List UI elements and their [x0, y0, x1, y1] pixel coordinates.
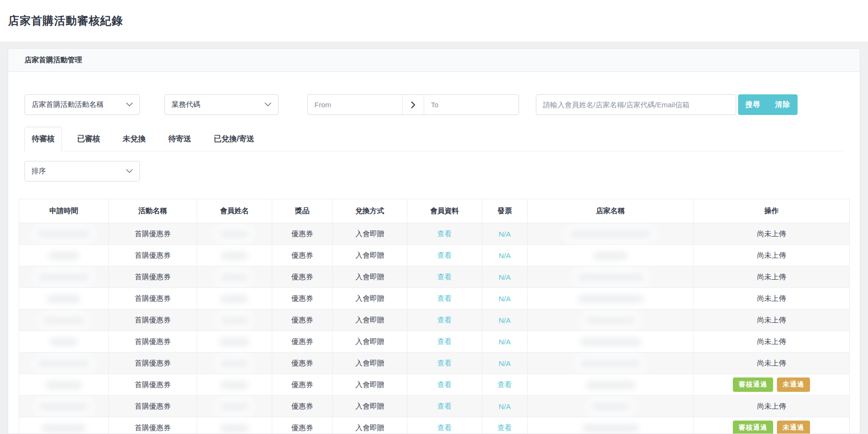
- redeem-method-cell: 入會即贈: [333, 288, 407, 309]
- view-member-info-link[interactable]: 查看: [438, 402, 452, 410]
- action-cell: 審核通過未通過: [694, 374, 850, 396]
- invoice-cell: 查看: [482, 374, 528, 396]
- member-name-cell: [197, 288, 272, 309]
- apply-time-cell: [19, 396, 109, 417]
- apply-time-cell: [19, 374, 109, 396]
- apply-time-cell: [19, 417, 109, 434]
- invoice-cell: N/A: [482, 309, 528, 331]
- blurred-apply-time: [37, 230, 91, 239]
- blurred-apply-time: [47, 295, 81, 303]
- action-cell: 尚未上傳: [694, 245, 850, 266]
- view-member-info-link[interactable]: 查看: [438, 423, 452, 432]
- view-member-info-link[interactable]: 查看: [438, 229, 452, 238]
- activity-name-select-value: 店家首購活動活動名稱: [32, 100, 104, 109]
- tab-pending-review[interactable]: 待審核: [24, 127, 62, 151]
- chevron-down-icon: [126, 169, 133, 173]
- blurred-member-name: [220, 273, 249, 282]
- redeem-method-cell: 入會即贈: [333, 353, 407, 374]
- col-member-name: 會員姓名: [197, 199, 272, 223]
- col-activity-name: 活動名稱: [109, 199, 197, 223]
- blurred-member-name: [221, 251, 248, 260]
- activity-name-cell: 首購優惠券: [109, 417, 197, 434]
- business-code-select[interactable]: 業務代碼: [164, 94, 278, 115]
- panel-header: 店家首購活動管理: [8, 49, 860, 72]
- approve-button[interactable]: 審核通過: [733, 421, 773, 434]
- redeem-method-cell: 入會即贈: [333, 417, 407, 434]
- blurred-member-name: [219, 338, 250, 346]
- view-invoice-link[interactable]: 查看: [498, 423, 512, 432]
- apply-time-cell: [19, 353, 109, 374]
- view-invoice-link[interactable]: 查看: [498, 380, 512, 388]
- clear-button[interactable]: 清除: [768, 94, 798, 115]
- table-row: 首購優惠券 優惠券 入會即贈 查看 N/A 尚未上傳: [19, 331, 850, 353]
- not-uploaded-label: 尚未上傳: [757, 316, 786, 324]
- blurred-store-name: [580, 338, 641, 346]
- view-member-info-link[interactable]: 查看: [438, 359, 452, 367]
- redeem-method-cell: 入會即贈: [333, 331, 407, 353]
- invoice-cell: N/A: [482, 288, 528, 309]
- reject-button[interactable]: 未通過: [777, 377, 810, 392]
- date-to-input[interactable]: [424, 95, 519, 114]
- member-name-cell: [197, 266, 272, 288]
- redeem-method-cell: 入會即贈: [333, 245, 407, 266]
- filter-bar: 店家首購活動活動名稱 業務代碼: [24, 94, 844, 115]
- view-member-info-link[interactable]: 查看: [438, 273, 452, 281]
- search-button-group: 搜尋 清除: [738, 94, 798, 115]
- invoice-na-value: N/A: [498, 273, 510, 281]
- store-name-cell: [528, 288, 694, 309]
- reject-button[interactable]: 未通過: [777, 421, 810, 434]
- activity-name-select[interactable]: 店家首購活動活動名稱: [24, 94, 140, 115]
- view-member-info-link[interactable]: 查看: [438, 380, 452, 388]
- activity-name-cell: 首購優惠券: [109, 353, 197, 374]
- table-row: 首購優惠券 優惠券 入會即贈 查看 N/A 尚未上傳: [19, 245, 850, 266]
- date-range-group: [307, 94, 519, 115]
- invoice-cell: N/A: [482, 396, 528, 417]
- tab-not-redeemed[interactable]: 未兌換: [116, 127, 153, 151]
- blurred-apply-time: [50, 338, 78, 346]
- search-button[interactable]: 搜尋: [738, 94, 768, 115]
- top-bar: 店家首購活動審核紀錄: [0, 0, 868, 42]
- member-info-cell: 查看: [407, 374, 482, 396]
- invoice-na-value: N/A: [498, 295, 510, 303]
- member-name-cell: [197, 396, 272, 417]
- member-info-cell: 查看: [407, 396, 482, 417]
- apply-time-cell: [19, 309, 109, 331]
- table-row: 首購優惠券 優惠券 入會即贈 查看 N/A 尚未上傳: [19, 396, 850, 417]
- blurred-store-name: [580, 359, 641, 368]
- content-area: 店家首購活動管理 店家首購活動活動名稱 業務代碼: [0, 42, 868, 434]
- panel-body: 店家首購活動活動名稱 業務代碼: [8, 72, 860, 434]
- blurred-store-name: [577, 273, 644, 282]
- activity-name-cell: 首購優惠券: [109, 245, 197, 266]
- blurred-member-name: [220, 424, 249, 433]
- invoice-na-value: N/A: [498, 251, 510, 260]
- blurred-member-name: [220, 381, 248, 389]
- tab-redeemed-shipped[interactable]: 已兌換/寄送: [207, 127, 261, 151]
- search-input[interactable]: [536, 94, 736, 115]
- col-prize: 獎品: [272, 199, 333, 223]
- sort-select[interactable]: 排序: [24, 161, 140, 182]
- member-name-cell: [197, 353, 272, 374]
- activity-name-cell: 首購優惠券: [109, 288, 197, 309]
- invoice-cell: N/A: [482, 223, 528, 245]
- tab-reviewed[interactable]: 已審核: [70, 127, 107, 151]
- redeem-method-cell: 入會即贈: [333, 309, 407, 331]
- date-from-input[interactable]: [308, 95, 402, 114]
- records-table: 申請時間 活動名稱 會員姓名 獎品 兌換方式 會員資料 發票 店家名稱 操作: [19, 199, 850, 434]
- approve-button[interactable]: 審核通過: [733, 377, 773, 392]
- tab-pending-shipment[interactable]: 待寄送: [161, 127, 198, 151]
- member-name-cell: [197, 374, 272, 396]
- member-info-cell: 查看: [407, 266, 482, 288]
- prize-cell: 優惠券: [272, 245, 333, 266]
- prize-cell: 優惠券: [272, 266, 333, 288]
- view-member-info-link[interactable]: 查看: [438, 337, 452, 345]
- activity-name-cell: 首購優惠券: [109, 374, 197, 396]
- activity-name-cell: 首購優惠券: [109, 266, 197, 288]
- table-row: 首購優惠券 優惠券 入會即贈 查看 查看 審核通過未通過: [19, 417, 850, 434]
- member-info-cell: 查看: [407, 223, 482, 245]
- view-member-info-link[interactable]: 查看: [438, 294, 452, 302]
- view-member-info-link[interactable]: 查看: [438, 251, 452, 259]
- action-cell: 尚未上傳: [694, 309, 850, 331]
- view-member-info-link[interactable]: 查看: [438, 316, 452, 324]
- prize-cell: 優惠券: [272, 331, 333, 353]
- table-row: 首購優惠券 優惠券 入會即贈 查看 查看 審核通過未通過: [19, 374, 850, 396]
